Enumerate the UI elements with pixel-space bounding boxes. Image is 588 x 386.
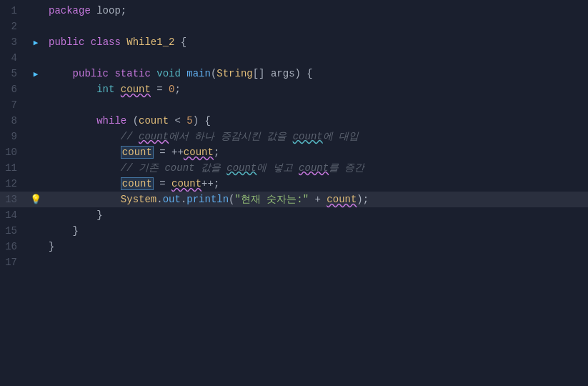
line-1: 1 package loop; — [0, 3, 588, 19]
line-16: 16 } — [0, 239, 588, 254]
arrow-icon-3: ▶ — [34, 38, 39, 47]
line-number-10: 10 — [0, 147, 29, 158]
line-9: 9 // count에서 하나 증감시킨 값을 count에 대입 — [0, 129, 588, 144]
line-5: 5 ▶ public static void main(String[] arg… — [0, 66, 588, 81]
line-number-6: 6 — [0, 84, 29, 95]
code-line-9: // count에서 하나 증감시킨 값을 count에 대입 — [43, 129, 588, 144]
line-number-11: 11 — [0, 162, 29, 174]
line-number-13: 13 — [0, 194, 29, 205]
line-number-16: 16 — [0, 241, 29, 252]
line-number-15: 15 — [0, 225, 29, 237]
gutter-5: ▶ — [29, 69, 43, 79]
bulb-icon-13: 💡 — [30, 194, 41, 205]
line-number-17: 17 — [0, 257, 29, 268]
code-line-5: public static void main(String[] args) { — [43, 66, 588, 81]
line-4: 4 — [0, 50, 588, 66]
line-6: 6 int count = 0; — [0, 81, 588, 97]
line-13: 13 💡 System.out.println("현재 숫자는:" + coun… — [0, 192, 588, 207]
code-editor: 1 package loop; 2 3 ▶ public class While… — [0, 0, 588, 386]
code-line-1: package loop; — [43, 3, 588, 19]
code-line-3: public class While1_2 { — [43, 34, 588, 50]
code-line-6: int count = 0; — [43, 81, 588, 97]
line-number-8: 8 — [0, 115, 29, 127]
code-line-13: System.out.println("현재 숫자는:" + count); — [43, 192, 588, 207]
line-2: 2 — [0, 19, 588, 34]
code-line-12: count = count++; — [43, 176, 588, 192]
line-number-4: 4 — [0, 52, 29, 64]
line-3: 3 ▶ public class While1_2 { — [0, 34, 588, 50]
line-10: 10 count = ++count; — [0, 144, 588, 160]
code-line-8: while (count < 5) { — [43, 113, 588, 129]
line-7: 7 — [0, 97, 588, 113]
line-15: 15 } — [0, 223, 588, 239]
code-line-15: } — [43, 223, 588, 239]
arrow-icon-5: ▶ — [34, 69, 39, 79]
line-number-7: 7 — [0, 99, 29, 111]
line-14: 14 } — [0, 207, 588, 223]
code-line-14: } — [43, 207, 588, 223]
line-number-5: 5 — [0, 68, 29, 79]
line-number-3: 3 — [0, 36, 29, 48]
line-number-1: 1 — [0, 5, 29, 16]
code-line-10: count = ++count; — [43, 144, 588, 160]
code-line-16: } — [43, 239, 588, 254]
line-11: 11 // 기존 count 값을 count에 넣고 count를 증간 — [0, 160, 588, 176]
line-number-12: 12 — [0, 178, 29, 189]
line-number-14: 14 — [0, 209, 29, 221]
gutter-3: ▶ — [29, 38, 43, 47]
line-number-2: 2 — [0, 21, 29, 32]
gutter-13: 💡 — [29, 194, 43, 205]
code-line-11: // 기존 count 값을 count에 넣고 count를 증간 — [43, 160, 588, 176]
line-12: 12 count = count++; — [0, 176, 588, 192]
line-8: 8 while (count < 5) { — [0, 113, 588, 129]
line-number-9: 9 — [0, 131, 29, 142]
line-17: 17 — [0, 254, 588, 270]
